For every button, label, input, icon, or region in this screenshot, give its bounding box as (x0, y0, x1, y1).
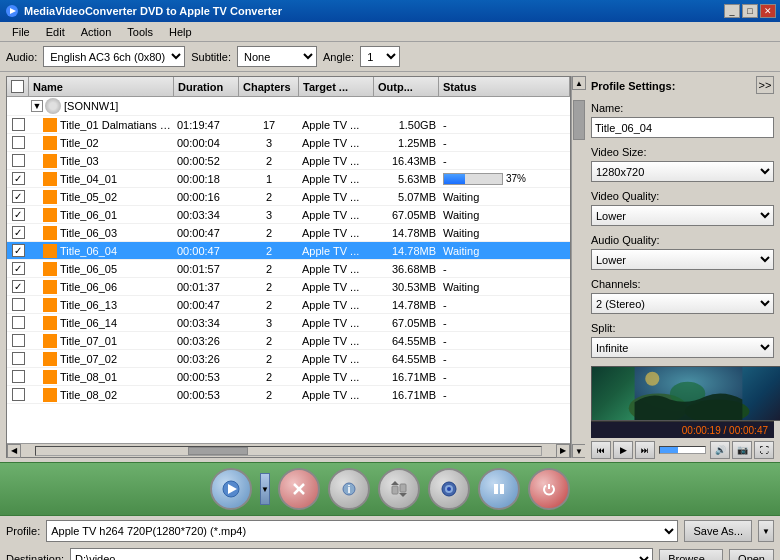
prev-button[interactable]: ⏮ (591, 441, 611, 459)
col-header-output[interactable]: Outp... (374, 77, 439, 96)
checkbox[interactable] (12, 298, 25, 311)
next-button[interactable]: ⏭ (635, 441, 655, 459)
audio-select[interactable]: English AC3 6ch (0x80) (43, 46, 185, 67)
close-button[interactable]: ✕ (760, 4, 776, 18)
convert-options-button[interactable] (378, 468, 420, 510)
checkbox[interactable] (12, 172, 25, 185)
open-button[interactable]: Open (729, 549, 774, 561)
checkbox[interactable] (12, 244, 25, 257)
channels-select[interactable]: 2 (Stereo) 6 (5.1) (591, 293, 774, 314)
play-button[interactable]: ▶ (613, 441, 633, 459)
row-checkbox[interactable] (7, 262, 29, 275)
checkbox[interactable] (12, 154, 25, 167)
checkbox[interactable] (12, 316, 25, 329)
tree-expand-icon[interactable]: ▼ (31, 100, 43, 112)
row-checkbox[interactable] (7, 226, 29, 239)
table-row[interactable]: Title_0200:00:043Apple TV ...1.25MB- (7, 134, 570, 152)
name-input[interactable] (591, 117, 774, 138)
save-as-button[interactable]: Save As... (684, 520, 752, 542)
row-checkbox[interactable] (7, 334, 29, 347)
table-row[interactable]: Title_05_0200:00:162Apple TV ...5.07MBWa… (7, 188, 570, 206)
row-checkbox[interactable] (7, 136, 29, 149)
video-quality-select[interactable]: Lower Normal Higher Highest (591, 205, 774, 226)
row-checkbox[interactable] (7, 118, 29, 131)
pause-button[interactable] (478, 468, 520, 510)
checkbox[interactable] (12, 136, 25, 149)
menu-action[interactable]: Action (73, 24, 120, 40)
fullscreen-button[interactable]: ⛶ (754, 441, 774, 459)
row-checkbox[interactable] (7, 208, 29, 221)
scroll-thumb[interactable] (188, 447, 248, 455)
row-checkbox[interactable] (7, 298, 29, 311)
table-row[interactable]: Title_01 Dalmatians [Plat...01:19:4717Ap… (7, 116, 570, 134)
info-button[interactable]: i (328, 468, 370, 510)
vertical-scrollbar[interactable]: ▲ ▼ (571, 76, 585, 458)
maximize-button[interactable]: □ (742, 4, 758, 18)
table-row[interactable]: ▼[SONNW1] (7, 97, 570, 116)
audio-quality-select[interactable]: Lower Normal Higher (591, 249, 774, 270)
table-row[interactable]: Title_04_0100:00:181Apple TV ...5.63MB37… (7, 170, 570, 188)
select-all-checkbox[interactable] (11, 80, 24, 93)
table-row[interactable]: Title_06_0300:00:472Apple TV ...14.78MBW… (7, 224, 570, 242)
checkbox[interactable] (12, 388, 25, 401)
browse-button[interactable]: Browse... (659, 549, 723, 561)
scroll-thumb-v[interactable] (573, 100, 585, 140)
row-checkbox[interactable] (7, 352, 29, 365)
minimize-button[interactable]: _ (724, 4, 740, 18)
table-row[interactable]: Title_06_0500:01:572Apple TV ...36.68MB- (7, 260, 570, 278)
profile-select[interactable]: Apple TV h264 720P(1280*720) (*.mp4) (46, 520, 678, 542)
volume-button[interactable]: 🔊 (710, 441, 730, 459)
table-row[interactable]: Title_08_0100:00:532Apple TV ...16.71MB- (7, 368, 570, 386)
destination-input[interactable]: D:\video (70, 548, 653, 560)
col-header-status[interactable]: Status (439, 77, 570, 96)
play-dropdown-arrow[interactable]: ▼ (260, 473, 270, 505)
col-header-name[interactable]: Name (29, 77, 174, 96)
subtitle-select[interactable]: None (237, 46, 317, 67)
table-row[interactable]: Title_07_0200:03:262Apple TV ...64.55MB- (7, 350, 570, 368)
start-convert-button[interactable] (210, 468, 252, 510)
checkbox[interactable] (12, 262, 25, 275)
horizontal-scrollbar[interactable]: ◀ ▶ (7, 443, 570, 457)
scroll-left-button[interactable]: ◀ (7, 444, 21, 458)
media-progress-bar[interactable] (659, 446, 706, 454)
checkbox[interactable] (12, 280, 25, 293)
col-header-target[interactable]: Target ... (299, 77, 374, 96)
checkbox[interactable] (12, 226, 25, 239)
checkbox[interactable] (12, 370, 25, 383)
row-checkbox[interactable] (7, 370, 29, 383)
row-checkbox[interactable] (7, 244, 29, 257)
table-row[interactable]: Title_07_0100:03:262Apple TV ...64.55MB- (7, 332, 570, 350)
scroll-track-v[interactable] (572, 90, 585, 444)
table-row[interactable]: Title_0300:00:522Apple TV ...16.43MB- (7, 152, 570, 170)
row-checkbox[interactable] (7, 388, 29, 401)
scroll-down-button[interactable]: ▼ (572, 444, 586, 458)
menu-file[interactable]: File (4, 24, 38, 40)
checkbox[interactable] (12, 208, 25, 221)
checkbox[interactable] (12, 118, 25, 131)
preview-button[interactable] (428, 468, 470, 510)
stop-button[interactable] (278, 468, 320, 510)
checkbox[interactable] (12, 190, 25, 203)
row-checkbox[interactable] (7, 172, 29, 185)
power-button[interactable] (528, 468, 570, 510)
snapshot-button[interactable]: 📷 (732, 441, 752, 459)
expand-button[interactable]: >> (756, 76, 774, 94)
table-row[interactable]: Title_06_1400:03:343Apple TV ...67.05MB- (7, 314, 570, 332)
row-checkbox[interactable] (7, 316, 29, 329)
table-row[interactable]: Title_08_0200:00:532Apple TV ...16.71MB- (7, 386, 570, 404)
scroll-track[interactable] (35, 446, 542, 456)
row-checkbox[interactable] (7, 190, 29, 203)
file-list-body[interactable]: ▼[SONNW1]Title_01 Dalmatians [Plat...01:… (7, 97, 570, 443)
table-row[interactable]: Title_06_0100:03:343Apple TV ...67.05MBW… (7, 206, 570, 224)
row-checkbox[interactable] (7, 154, 29, 167)
table-row[interactable]: Title_06_1300:00:472Apple TV ...14.78MB- (7, 296, 570, 314)
scroll-right-button[interactable]: ▶ (556, 444, 570, 458)
table-row[interactable]: Title_06_0600:01:372Apple TV ...30.53MBW… (7, 278, 570, 296)
profile-arrow-button[interactable]: ▼ (758, 520, 774, 542)
menu-edit[interactable]: Edit (38, 24, 73, 40)
col-header-duration[interactable]: Duration (174, 77, 239, 96)
checkbox[interactable] (12, 334, 25, 347)
scroll-up-button[interactable]: ▲ (572, 76, 586, 90)
angle-select[interactable]: 1 (360, 46, 400, 67)
row-checkbox[interactable] (7, 280, 29, 293)
